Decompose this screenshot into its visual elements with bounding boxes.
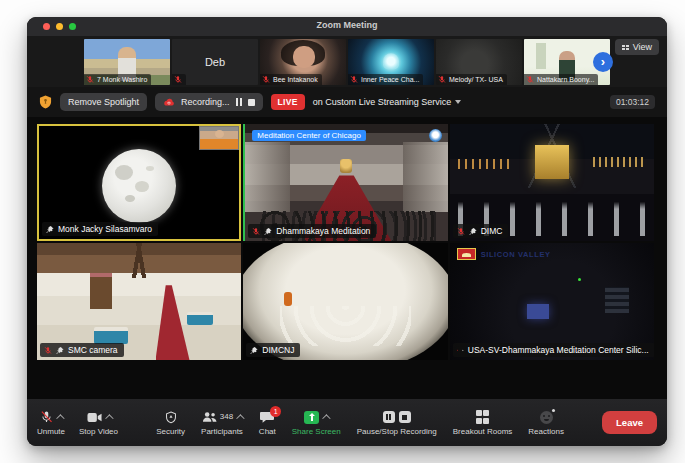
participants-icon — [202, 411, 217, 423]
pin-icon — [56, 346, 64, 355]
reactions-button[interactable]: Reactions — [528, 410, 564, 436]
room-video — [245, 142, 290, 212]
participant-video — [383, 53, 399, 69]
share-screen-icon — [304, 411, 319, 424]
mic-muted-icon — [438, 75, 446, 84]
video-tile-dimcnj[interactable]: DIMCNJ — [243, 243, 447, 360]
chat-label: Chat — [259, 428, 276, 436]
mic-muted-icon — [526, 75, 534, 84]
moon-video — [102, 149, 176, 223]
tile-participant-name: Monk Jacky Silasamvaro — [58, 224, 152, 234]
video-tile-dimc[interactable]: DIMC — [450, 124, 654, 241]
pin-icon — [46, 225, 54, 234]
share-screen-button[interactable]: Share Screen — [292, 410, 341, 436]
tile-name-label: Monk Jacky Silasamvaro — [42, 222, 158, 236]
stop-recording-icon[interactable] — [248, 99, 255, 106]
unmute-button[interactable]: Unmute — [37, 410, 65, 436]
video-camera-icon — [87, 412, 102, 423]
participant-filmstrip: 7 Monk Washiro Deb Bee Intakanok Inner P… — [27, 36, 667, 87]
room-video — [605, 287, 629, 313]
participant-name: Bee Intakanok — [273, 76, 318, 83]
thumbnail-deb[interactable]: Deb — [172, 39, 258, 85]
pause-recording-icon[interactable] — [236, 98, 242, 106]
thumbnail-monk-washiro[interactable]: 7 Monk Washiro — [84, 39, 170, 85]
breakout-rooms-button[interactable]: Breakout Rooms — [453, 410, 513, 436]
recording-status-label: Recording... — [181, 97, 230, 107]
mic-muted-icon — [252, 227, 260, 236]
chat-button[interactable]: 1 Chat — [259, 410, 276, 436]
room-video — [187, 312, 213, 325]
live-destination-dropdown[interactable]: on Custom Live Streaming Service — [313, 97, 462, 107]
pause-stop-recording-button[interactable]: Pause/Stop Recording — [357, 410, 437, 436]
breakout-rooms-icon — [476, 410, 490, 424]
mic-muted-icon — [262, 75, 270, 84]
cloud-recording-icon — [163, 98, 175, 107]
participant-video — [293, 46, 315, 68]
leave-button[interactable]: Leave — [602, 411, 657, 434]
security-label: Security — [156, 428, 185, 436]
room-video — [578, 278, 581, 281]
chevron-up-icon[interactable] — [105, 414, 113, 422]
tile-name-label: DIMCNJ — [246, 343, 300, 357]
remove-spotlight-button[interactable]: Remove Spotlight — [60, 93, 147, 111]
security-shield-icon — [165, 411, 177, 424]
remove-spotlight-label: Remove Spotlight — [68, 97, 139, 107]
room-video — [94, 327, 128, 344]
chevron-up-icon[interactable] — [236, 414, 244, 422]
chevron-up-icon[interactable] — [56, 414, 64, 422]
meeting-info-shield-icon[interactable] — [39, 95, 52, 109]
participant-name: Melody/ TX- USA — [449, 76, 503, 83]
next-participants-button[interactable]: › — [593, 52, 613, 72]
video-tile-monk-jacky[interactable]: Monk Jacky Silasamvaro — [37, 124, 241, 241]
unmute-label: Unmute — [37, 428, 65, 436]
video-grid-area: Monk Jacky Silasamvaro Meditation Center… — [27, 117, 667, 399]
breakout-rooms-label: Breakout Rooms — [453, 428, 513, 436]
thumbnail-melody[interactable]: Melody/ TX- USA — [436, 39, 522, 85]
participants-label: Participants — [201, 428, 243, 436]
zoom-meeting-window: Zoom Meeting 7 Monk Washiro Deb Bee Inta… — [27, 17, 667, 446]
pause-stop-recording-label: Pause/Stop Recording — [357, 428, 437, 436]
room-video — [284, 292, 292, 306]
participant-label: Inner Peace Cha... — [348, 74, 423, 85]
video-tile-smc-camera[interactable]: SMC camera — [37, 243, 241, 360]
reactions-smiley-icon — [540, 411, 553, 424]
participants-button[interactable]: 348 Participants — [201, 410, 243, 436]
view-button[interactable]: View — [615, 39, 659, 55]
tile-participant-name: Dhammakaya Meditation — [276, 226, 370, 236]
center-logo: SILICON VALLEY — [457, 248, 551, 260]
stop-recording-icon[interactable] — [399, 411, 411, 423]
room-video — [340, 159, 352, 173]
tile-participant-name: USA-SV-Dhammakaya Meditation Center Sili… — [468, 345, 649, 355]
room-video — [458, 159, 511, 169]
tile-name-label: SMC camera — [40, 343, 124, 357]
video-tile-dhammakaya-meditation[interactable]: Meditation Center of Chicago Dhammakaya … — [243, 124, 447, 241]
participant-name: Inner Peace Cha... — [361, 76, 419, 83]
participants-count: 348 — [220, 413, 233, 421]
participant-name: Nattakarn Boony... — [537, 76, 594, 83]
reactions-label: Reactions — [528, 428, 564, 436]
location-overlay-label: Meditation Center of Chicago — [252, 130, 366, 141]
chevron-down-icon — [455, 100, 461, 104]
room-video — [280, 306, 411, 346]
pin-icon — [264, 227, 272, 236]
video-tile-usa-sv[interactable]: SILICON VALLEY USA-SV-Dhammakaya Meditat… — [450, 243, 654, 360]
view-grid-icon — [622, 45, 629, 50]
room-video — [90, 273, 112, 309]
pause-recording-icon[interactable] — [383, 411, 395, 423]
pin-icon — [462, 346, 464, 355]
pin-icon — [469, 227, 477, 236]
security-button[interactable]: Security — [156, 410, 185, 436]
participant-label: Melody/ TX- USA — [436, 74, 507, 85]
mic-muted-icon — [86, 75, 94, 84]
room-video — [37, 243, 241, 278]
chevron-up-icon[interactable] — [322, 414, 330, 422]
stop-video-button[interactable]: Stop Video — [79, 410, 118, 436]
participant-label: Nattakarn Boony... — [524, 74, 598, 85]
tile-participant-name: DIMC — [481, 226, 503, 236]
thumbnail-inner-peace[interactable]: Inner Peace Cha... — [348, 39, 434, 85]
participant-label — [172, 74, 186, 85]
titlebar: Zoom Meeting — [27, 17, 667, 36]
participant-name: 7 Monk Washiro — [97, 76, 147, 83]
thumbnail-bee-intakanok[interactable]: Bee Intakanok — [260, 39, 346, 85]
room-video — [156, 285, 190, 360]
